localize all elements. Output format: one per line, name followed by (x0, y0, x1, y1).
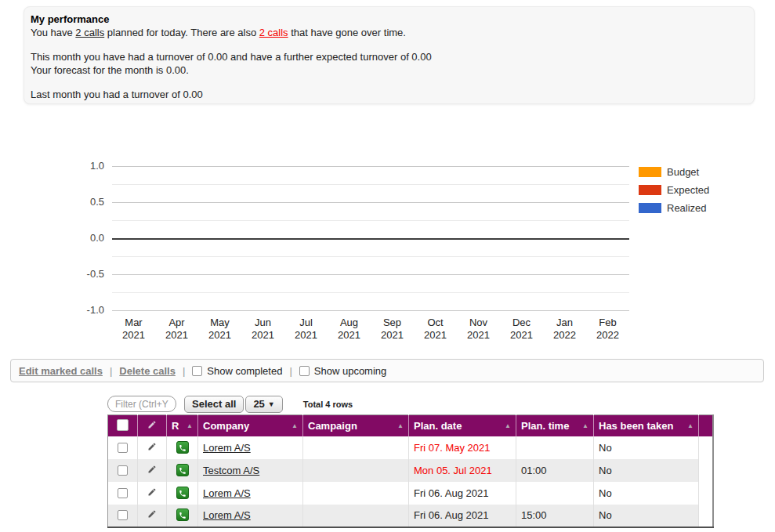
has-been-taken-cell: No (594, 459, 699, 482)
company-cell: Lorem A/S (198, 436, 303, 459)
select-all-button[interactable]: Select all (184, 396, 244, 413)
gridline (112, 220, 629, 221)
row-edit-cell (138, 459, 167, 482)
table-row: Lorem A/SFri 07. May 2021No (108, 436, 713, 459)
row-select-cell (108, 482, 138, 505)
select-all-rows-checkbox[interactable] (117, 419, 129, 431)
x-label-year: 2021 (112, 329, 155, 342)
header-cell-content: Plan. time▲ (521, 420, 588, 432)
phone-icon[interactable] (176, 508, 189, 521)
pencil-icon[interactable] (147, 509, 157, 519)
pencil-icon[interactable] (147, 442, 157, 451)
column-header-plan-date[interactable]: Plan. date▲ (409, 415, 516, 436)
x-axis-label: Jan2022 (543, 317, 586, 342)
column-header-plan-time[interactable]: Plan. time▲ (516, 415, 594, 436)
gridline (112, 310, 629, 311)
table-row: Lorem A/SFri 06. Aug 202115:00No (108, 505, 713, 527)
x-label-year: 2021 (371, 329, 414, 342)
has-been-taken-cell: No (594, 505, 699, 527)
column-header-company[interactable]: Company▲ (198, 415, 303, 436)
x-label-year: 2022 (543, 329, 586, 342)
header-cell-content: Campaign▲ (308, 420, 404, 432)
chart-x-axis: Mar2021Apr2021May2021Jun2021Jul2021Aug20… (112, 317, 629, 342)
planned-calls-link[interactable]: 2 calls (75, 27, 104, 38)
pencil-icon[interactable] (147, 465, 157, 474)
header-cell-content: Has been taken▲ (599, 420, 694, 432)
row-checkbox[interactable] (118, 465, 128, 476)
has-been-taken-cell: No (594, 482, 699, 505)
row-result-cell (167, 436, 198, 459)
company-link[interactable]: Lorem A/S (203, 442, 251, 454)
x-label-month: Nov (457, 317, 500, 329)
row-checkbox[interactable] (118, 510, 128, 520)
show-upcoming-checkbox[interactable] (299, 366, 310, 376)
phone-icon[interactable] (176, 441, 189, 454)
x-label-year: 2021 (328, 329, 371, 342)
sort-asc-icon[interactable]: ▲ (292, 422, 298, 429)
x-axis-label: Oct2021 (414, 317, 457, 342)
column-label: Plan. date (414, 420, 462, 432)
row-edit-cell (138, 505, 167, 527)
gridline (112, 292, 629, 293)
campaign-cell (303, 436, 409, 459)
chart-y-axis: 1.00.50.0-0.5-1.0 (0, 149, 104, 329)
column-label: Has been taken (599, 420, 673, 432)
plan-time-cell (516, 482, 594, 505)
x-label-year: 2022 (586, 329, 629, 342)
turnover-line: This month you have had a turnover of 0.… (31, 50, 744, 63)
pencil-icon[interactable] (147, 487, 157, 497)
x-label-year: 2021 (457, 329, 500, 342)
row-select-cell (108, 459, 138, 482)
show-completed-checkbox[interactable] (192, 366, 202, 376)
legend-item: Realized (639, 202, 709, 214)
sort-asc-icon[interactable]: ▲ (187, 422, 193, 429)
sort-asc-icon[interactable]: ▲ (582, 422, 588, 429)
phone-icon[interactable] (176, 464, 189, 476)
company-cell: Testcom A/S (198, 459, 303, 482)
separator: | (110, 365, 112, 377)
x-label-year: 2021 (500, 329, 543, 342)
x-label-month: Jan (543, 317, 586, 329)
header-cell-content: Company▲ (203, 420, 298, 432)
row-checkbox[interactable] (118, 488, 128, 498)
x-axis-label: Dec2021 (500, 317, 543, 342)
calls-table: R▲Company▲Campaign▲Plan. date▲Plan. time… (107, 414, 714, 528)
delete-calls-link[interactable]: Delete calls (119, 365, 176, 377)
page-size-select[interactable]: 25▼ (245, 396, 282, 413)
sort-asc-icon[interactable]: ▲ (687, 422, 694, 429)
plan-date-cell: Fri 06. Aug 2021 (409, 482, 516, 505)
gridline (112, 274, 629, 275)
company-link[interactable]: Lorem A/S (203, 509, 251, 521)
phone-icon[interactable] (176, 487, 189, 499)
column-header-campaign[interactable]: Campaign▲ (303, 415, 409, 436)
row-checkbox[interactable] (118, 443, 128, 453)
company-link[interactable]: Lorem A/S (203, 487, 251, 499)
campaign-cell (303, 459, 409, 482)
company-link[interactable]: Testcom A/S (203, 465, 259, 476)
sort-asc-icon[interactable]: ▲ (505, 422, 511, 429)
y-axis-label: -1.0 (87, 304, 104, 316)
overdue-calls-link[interactable]: 2 calls (259, 27, 288, 38)
table-row: Testcom A/SMon 05. Jul 202101:00No (108, 459, 713, 482)
x-label-month: Aug (328, 317, 371, 329)
performance-panel: My performance You have 2 calls planned … (24, 6, 755, 104)
legend-label: Realized (667, 202, 707, 214)
edit-marked-calls-link[interactable]: Edit marked calls (19, 365, 103, 377)
separator: | (183, 365, 185, 377)
panel-title: My performance (31, 13, 744, 26)
legend-swatch (639, 185, 661, 195)
performance-chart: 1.00.50.0-0.5-1.0 Mar2021Apr2021May2021J… (0, 149, 775, 349)
y-axis-label: 0.0 (90, 232, 104, 244)
legend-item: Expected (639, 184, 709, 196)
show-upcoming-option: Show upcoming (299, 365, 387, 377)
column-header-r[interactable]: R▲ (167, 415, 198, 436)
sort-asc-icon[interactable]: ▲ (397, 422, 404, 429)
column-label: Company (203, 420, 249, 432)
column-header-has-been-taken[interactable]: Has been taken▲ (594, 415, 699, 436)
gridline (112, 184, 629, 185)
filter-input[interactable] (107, 396, 176, 412)
chart-plot-area (112, 166, 629, 310)
x-label-month: Feb (586, 317, 629, 329)
page-size-value: 25 (253, 398, 264, 410)
x-label-month: Jun (241, 317, 284, 329)
